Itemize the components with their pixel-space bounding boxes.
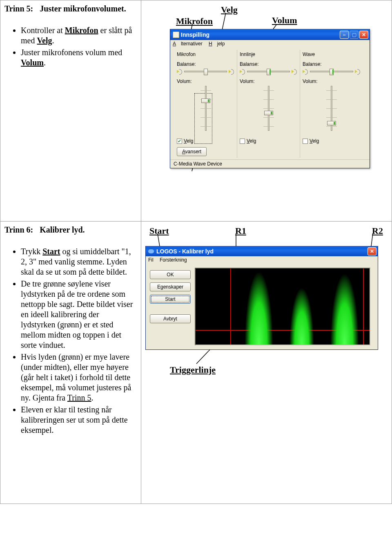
status-bar: C-Media Wave Device [170, 159, 370, 168]
speaker-right-icon [229, 69, 234, 74]
channel-mikrofon: Mikrofon Balanse: Volum: [174, 50, 237, 158]
speaker-right-icon [355, 69, 361, 74]
egenskaper-button[interactable]: Egenskaper [150, 282, 191, 291]
step6-bullet-4: Eleven er klar til testing når kalibreri… [21, 405, 135, 435]
balance-slider[interactable] [247, 71, 290, 72]
callout-start: Start [149, 226, 169, 236]
step6-title: Kalibrer lyd. [40, 225, 85, 235]
sound-peak-1 [245, 271, 273, 345]
step6-text: Trinn 6: Kalibrer lyd. Trykk Start og si… [0, 222, 141, 504]
callout-volum: Volum [272, 15, 297, 26]
channel-title: Wave [303, 51, 361, 57]
channel-title: Mikrofon [177, 51, 234, 57]
velg-label: Velg [310, 138, 319, 144]
step5-text: Trinn 5: Juster mikrofonvolumet. Kontrol… [0, 0, 141, 221]
logos-title: LOGOS - Kalibrer lyd [156, 248, 368, 255]
window-title: Innspilling [181, 31, 340, 38]
volume-slider-wave[interactable] [326, 86, 337, 131]
balance-slider[interactable] [184, 71, 227, 72]
menu-bar: Alternativer Hjelp [170, 40, 370, 47]
volume-slider-innlinje[interactable] [263, 86, 274, 131]
menu-alternativer[interactable]: Alternativer [173, 41, 203, 47]
menu-forsterkning[interactable]: Forsterkning [160, 257, 187, 263]
close-button[interactable]: ✕ [359, 31, 368, 39]
mixer-panel: Mikrofon Balanse: Volum: [170, 47, 370, 159]
velg-checkbox-wave[interactable] [303, 139, 308, 144]
step6-label: Trinn 6: [4, 225, 33, 235]
calibration-canvas [195, 268, 370, 345]
step5-figure: Mikrofon Velg Volum Innspilling – ▢ ✕ [141, 0, 392, 221]
logos-window: LOGOS - Kalibrer lyd ✕ Fil Forsterkning … [145, 246, 378, 350]
speaker-left-icon [303, 69, 308, 74]
r1-line [230, 269, 231, 345]
volume-slider-mikrofon[interactable] [200, 86, 211, 131]
speaker-left-icon [240, 69, 245, 74]
app-icon [173, 31, 179, 38]
logos-icon [148, 249, 154, 253]
advanced-button[interactable]: Avansert [177, 147, 207, 156]
menu-hjelp[interactable]: Hjelp [209, 41, 225, 47]
titlebar[interactable]: Innspilling – ▢ ✕ [170, 29, 370, 40]
avbryt-button[interactable]: Avbryt [150, 314, 191, 323]
step5-bullet-1: Kontroller at Mikrofon er slått på med V… [21, 25, 135, 46]
callout-r1: R1 [235, 226, 246, 236]
velg-label: Velg [184, 138, 193, 144]
ok-button[interactable]: OK [150, 270, 191, 279]
close-button[interactable]: ✕ [368, 247, 376, 255]
step6-bullet-1: Trykk Start og si umiddelbart "1, 2, 3" … [21, 246, 135, 277]
minimize-button[interactable]: – [340, 31, 349, 39]
start-button[interactable]: Start [150, 295, 191, 304]
callout-triggerlinje: Triggerlinje [170, 365, 216, 375]
velg-checkbox-innlinje[interactable] [240, 139, 245, 144]
callout-mikrofon: Mikrofon [176, 16, 213, 27]
callout-velg: Velg [221, 4, 238, 15]
velg-checkbox-mikrofon[interactable]: ✔ [177, 139, 182, 144]
speaker-left-icon [177, 69, 183, 74]
callout-r2: R2 [372, 226, 383, 236]
step6-figure: Start R1 R2 Triggerlinje LOGOS - Kalibre… [141, 222, 392, 504]
step5-callouts: Mikrofon Velg Volum [145, 3, 388, 27]
logos-menu: Fil Forsterkning [146, 256, 378, 264]
maximize-button: ▢ [350, 31, 359, 39]
step5-label: Trinn 5: [4, 4, 33, 14]
sound-peak-2 [290, 287, 314, 345]
menu-fil[interactable]: Fil [148, 257, 154, 263]
step6-bullet-3: Hvis lyden (grønn) er mye lavere (under … [21, 352, 135, 403]
channel-title: Innlinje [240, 51, 297, 57]
step6-bullet-2: De tre grønne søylene viser lydstyrken p… [21, 279, 135, 350]
channel-innlinje: Innlinje Balanse: Volum: [237, 50, 300, 158]
speaker-right-icon [292, 69, 297, 74]
step6-callouts: Start R1 R2 [145, 224, 388, 248]
sound-peak-3 [330, 273, 359, 345]
r2-line [363, 269, 364, 345]
logos-titlebar[interactable]: LOGOS - Kalibrer lyd ✕ [146, 246, 378, 256]
recording-window: Innspilling – ▢ ✕ Alternativer Hjelp Mik… [170, 29, 370, 168]
step5-bullet-2: Juster mikrofonens volum med Volum. [21, 47, 135, 68]
channel-wave: Wave Balanse: Volum: [300, 50, 363, 158]
velg-label: Velg [247, 138, 256, 144]
balance-slider[interactable] [310, 71, 353, 72]
step5-title: Juster mikrofonvolumet. [40, 4, 126, 14]
